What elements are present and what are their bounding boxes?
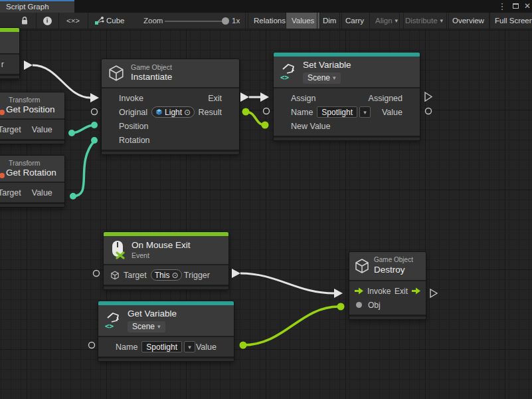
node-get-variable[interactable]: <> Get Variable Scene ▾ Name Spotlight ▾… [98,301,234,362]
overview-button[interactable]: Overview [446,13,490,29]
new-value-port-label: New Value [291,122,331,131]
info-icon: i [43,17,52,25]
node-category: Game Object [131,63,172,72]
svg-text:<>: <> [280,73,290,81]
carry-button[interactable]: Carry [339,13,370,29]
node-get-position[interactable]: Transform Get Position Target Value [0,92,65,144]
node-footer [349,315,426,319]
node-destroy[interactable]: Game Object Destroy Invoke Exit Obj [349,251,426,320]
name-port-label: Name [116,342,137,352]
toolbar-separator [245,13,246,29]
original-port-label: Original [119,108,147,117]
node-category: Transform [6,159,56,168]
node-category: Game Object [374,256,413,265]
node-footer [0,202,64,207]
result-port-label: Result [199,108,222,117]
node-clipped-event[interactable]: r [0,27,20,79]
chevron-down-icon: ▾ [157,323,161,331]
info-button[interactable]: i [39,13,56,29]
variable-name-dropdown[interactable]: ▾ [359,106,371,118]
node-title: Set Variable [303,60,351,71]
values-button[interactable]: Values [286,13,320,29]
target-port-label: Target [124,271,147,280]
node-footer [104,285,228,289]
node-get-rotation[interactable]: Transform Get Rotation Target Value [0,155,65,207]
graph-canvas[interactable] [0,29,532,399]
invoke-port-label: Invoke [367,287,391,296]
variable-icon: <> [280,63,297,81]
chevron-down-icon: ▾ [363,109,367,116]
name-port-label: Name [291,108,313,117]
chevron-down-icon: ▾ [333,74,336,82]
assigned-port-label: Assigned [369,94,402,103]
chevron-down-icon: ▾ [440,17,444,24]
node-title: Destroy [374,265,413,276]
node-title: Get Variable [128,309,177,320]
node-header [0,32,19,55]
code-preview-button[interactable]: <×> [61,13,85,29]
transform-icon [0,173,5,178]
position-port-label: Position [119,122,148,131]
original-object-field[interactable]: Light ⊙ [151,106,195,118]
zoom-slider-handle[interactable] [222,17,229,25]
game-object-cube-icon [108,65,125,82]
mouse-exit-icon [110,241,126,259]
tab-script-graph[interactable]: Script Graph [0,0,74,13]
close-icon[interactable]: ✕ [522,0,532,13]
title-bar: Script Graph ⋮ ✕ [0,0,532,13]
node-category: Transform [6,96,55,104]
node-set-variable[interactable]: <> Set Variable Scene ▾ Assign Assigned … [273,52,420,141]
assign-port-label: Assign [291,94,316,103]
node-footer [0,139,64,144]
node-footer [102,150,239,154]
chevron-down-icon: ▾ [188,344,191,350]
flow-arrow-icon [354,287,364,295]
node-footer [98,356,234,361]
target-port-label: Target [0,125,21,134]
exit-port-label: Exit [395,287,408,296]
value-port-label: Value [196,342,217,352]
node-title: On Mouse Exit [132,240,191,251]
maximize-icon[interactable] [510,0,521,13]
dim-button[interactable]: Dim [317,13,342,29]
variable-kind-dropdown[interactable]: Scene ▾ [303,72,341,84]
node-footer [274,136,420,140]
variable-icon: <> [104,311,122,330]
svg-text:<>: <> [105,322,114,330]
object-picker-icon[interactable]: ⊙ [171,271,178,280]
graph-icon [94,13,104,29]
toolbar-separator [36,13,37,29]
lock-icon [21,16,29,25]
zoom-slider-track[interactable] [165,21,226,22]
target-port-label: Target [0,188,21,198]
object-picker-icon[interactable]: ⊙ [184,108,191,117]
variable-name-field[interactable]: Spotlight [141,341,182,352]
value-port-label: Value [382,108,402,117]
trigger-port-label: Trigger [184,271,222,280]
value-port-label: Value [32,125,52,134]
node-title: Instantiate [131,72,172,83]
prefab-cube-icon [155,108,163,116]
node-title: Get Rotation [6,168,56,179]
zoom-value: 1x [232,13,240,29]
original-object-value: Light [165,108,182,117]
rotation-port-label: Rotation [119,136,150,145]
node-instantiate[interactable]: Game Object Instantiate Invoke Exit Orig… [101,59,240,155]
variable-name-field[interactable]: Spotlight [317,106,357,118]
target-object-field[interactable]: This ⊙ [151,269,183,281]
graph-breadcrumb[interactable]: Cube [106,13,125,29]
full-screen-button[interactable]: Full Screen [489,13,532,29]
variable-kind-dropdown[interactable]: Scene ▾ [128,321,165,332]
obj-port-label: Obj [368,301,381,310]
value-port-label: Value [32,188,52,198]
lock-icon-button[interactable] [16,13,33,29]
node-footer [0,74,19,78]
trigger-row: r [0,57,19,71]
graph-toolbar: i <×> Cube Zoom 1x Relations Values Dim … [0,13,532,29]
variable-name-dropdown[interactable]: ▾ [184,341,195,352]
exit-port-label: Exit [208,94,222,103]
node-on-mouse-exit[interactable]: On Mouse Exit Event Target This ⊙ Trigge… [103,231,229,290]
distribute-button: Distribute▾ [399,13,449,29]
window-menu-icon[interactable]: ⋮ [497,0,507,13]
value-dot-icon [356,302,362,308]
